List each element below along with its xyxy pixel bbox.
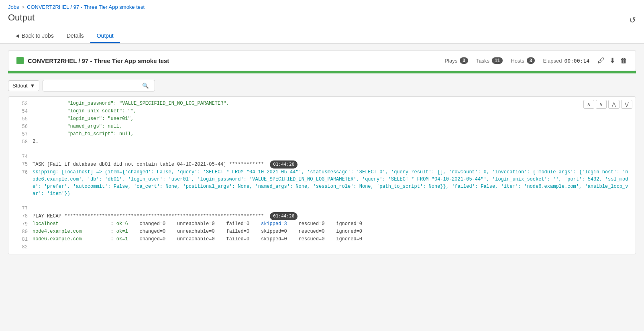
line-content: "path_to_script": null, [33,130,636,138]
code-line: 82 [8,243,636,251]
line-content: "login_user": "user01", [33,115,636,123]
job-title-row: CONVERT2RHEL / 97 - Three Tier App smoke… [16,57,169,64]
line-content: "named_args": null, [33,123,636,130]
tab-back[interactable]: ◄ Back to Jobs [8,29,60,43]
line-number [8,197,33,205]
stdout-select[interactable]: Stdout ▼ [8,80,39,91]
tasks-count: 11 [492,57,503,64]
delete-icon[interactable]: 🗑 [620,57,628,65]
code-line: 80node4.example.com : ok=1 changed=0 unr… [8,228,636,236]
breadcrumb-current[interactable]: CONVERT2RHEL / 97 - Three Tier App smoke… [27,4,145,10]
search-button[interactable]: 🔍 [140,82,151,89]
code-line [8,146,636,153]
chevron-down-icon: ▼ [30,83,35,89]
top-bar: Jobs > CONVERT2RHEL / 97 - Three Tier Ap… [0,0,644,44]
line-number: 56 [8,123,33,130]
job-name: CONVERT2RHEL / 97 - Three Tier App smoke… [28,57,169,64]
progress-bar [8,71,636,73]
content-area: CONVERT2RHEL / 97 - Three Tier App smoke… [0,44,644,261]
code-line: 75TASK [Fail if database db01 did not co… [8,160,636,169]
line-number: 58 [8,138,33,146]
output-nav: ∧ ∨ ⋀ ⋁ [583,100,632,109]
code-line: 582… [8,138,636,146]
nav-bottom-button[interactable]: ⋁ [621,100,632,109]
time-badge: 01:44:20 [270,160,298,169]
breadcrumb: Jobs > CONVERT2RHEL / 97 - Three Tier Ap… [8,4,636,10]
job-header: CONVERT2RHEL / 97 - Three Tier App smoke… [8,50,636,71]
stdout-label: Stdout [12,83,28,89]
code-line: 53 "login_password": "VALUE_SPECIFIED_IN… [8,100,636,108]
nav-down-button[interactable]: ∨ [596,100,607,109]
line-number: 76 [8,169,33,197]
code-line: 57 "path_to_script": null, [8,130,636,138]
line-number: 57 [8,130,33,138]
line-content: "login_password": "VALUE_SPECIFIED_IN_NO… [33,100,636,108]
elapsed-stat: Elapsed 00:00:14 [543,58,589,64]
history-icon[interactable]: ↺ [629,15,636,25]
tabs-nav: ◄ Back to Jobs Details Output [8,29,636,43]
elapsed-value: 00:00:14 [564,58,589,64]
code-line: 81node6.example.com : ok=1 changed=0 unr… [8,236,636,243]
line-number: 74 [8,153,33,160]
time-badge: 01:44:20 [270,212,298,220]
line-content: skipping: [localhost] => (item={'changed… [33,169,636,197]
tab-details[interactable]: Details [60,29,90,43]
code-line: 55 "login_user": "user01", [8,115,636,123]
line-content: node6.example.com : ok=1 changed=0 unrea… [33,236,636,243]
code-area[interactable]: 53 "login_password": "VALUE_SPECIFIED_IN… [8,97,636,254]
line-number: 79 [8,220,33,228]
tasks-stat: Tasks 11 [476,57,503,64]
hosts-count: 3 [527,57,535,64]
code-line: 76skipping: [localhost] => (item={'chang… [8,169,636,197]
job-stats: Plays 3 Tasks 11 Hosts 3 Elapsed 00:00:1… [444,56,628,65]
line-number: 81 [8,236,33,243]
code-line: 56 "named_args": null, [8,123,636,130]
job-status-indicator [16,57,24,64]
line-number: 77 [8,205,33,212]
line-number: 82 [8,243,33,251]
line-number: 55 [8,115,33,123]
breadcrumb-separator: > [21,4,24,10]
line-content: PLAY RECAP *****************************… [33,212,636,220]
line-number: 53 [8,100,33,108]
line-number: 78 [8,212,33,220]
line-content: "login_unix_socket": "", [33,108,636,115]
hosts-stat: Hosts 3 [511,57,535,64]
elapsed-label: Elapsed [543,58,562,64]
line-content: localhost : ok=6 changed=0 unreachable=0… [33,220,636,228]
line-number: 80 [8,228,33,236]
line-content: node4.example.com : ok=1 changed=0 unrea… [33,228,636,236]
hosts-label: Hosts [511,58,524,64]
line-content [33,153,636,160]
output-controls: Stdout ▼ 🔍 [8,80,636,91]
line-content: 2… [33,138,636,146]
code-line: 78PLAY RECAP ***************************… [8,212,636,220]
tab-output[interactable]: Output [90,29,120,43]
line-number [8,146,33,153]
tasks-label: Tasks [476,58,489,64]
line-content [33,146,636,153]
line-number: 54 [8,108,33,115]
line-content [33,205,636,212]
nav-up-button[interactable]: ∧ [583,100,594,109]
search-bar: 🔍 [43,80,155,91]
search-input[interactable] [46,83,140,89]
line-content [33,197,636,205]
page-title: Output [8,12,35,23]
plays-label: Plays [444,58,457,64]
output-container: ∧ ∨ ⋀ ⋁ 53 "login_password": "VALUE_SPEC… [8,96,636,254]
download-icon[interactable]: ⬇ [609,56,615,65]
line-content: TASK [Fail if database db01 did not cont… [33,160,636,169]
nav-top-button[interactable]: ⋀ [608,100,620,109]
breadcrumb-jobs-link[interactable]: Jobs [8,4,19,10]
code-line: 74 [8,153,636,160]
code-line [8,197,636,205]
code-line: 77 [8,205,636,212]
job-actions: 🖊 ⬇ 🗑 [597,56,628,65]
plays-count: 3 [460,57,468,64]
code-line: 79localhost : ok=6 changed=0 unreachable… [8,220,636,228]
pin-icon[interactable]: 🖊 [597,57,605,65]
line-number: 75 [8,160,33,169]
line-content [33,243,636,251]
code-line: 54 "login_unix_socket": "", [8,108,636,115]
